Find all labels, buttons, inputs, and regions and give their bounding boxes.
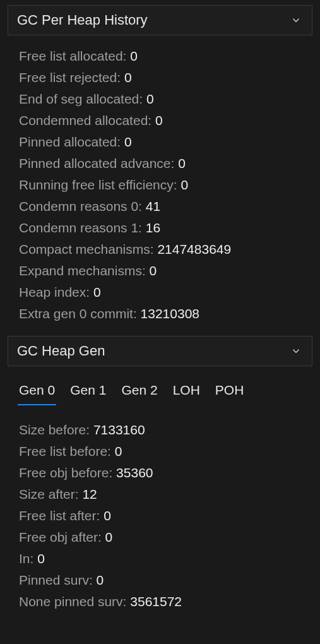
- stat-row: Pinned allocated: 0: [19, 131, 310, 153]
- stat-value: 0: [146, 88, 154, 110]
- stat-value: 13210308: [141, 303, 199, 325]
- stat-row: Free list rejected: 0: [19, 67, 310, 88]
- stat-label: Heap index:: [19, 282, 93, 303]
- stat-value: 0: [178, 153, 186, 174]
- stat-label: Extra gen 0 commit:: [19, 303, 141, 325]
- stat-row: Condemned allocated: 0: [19, 110, 310, 131]
- stat-label: Free obj after:: [19, 527, 105, 548]
- stat-label: Free list allocated:: [19, 45, 130, 67]
- stat-row: Pinned allocated advance: 0: [19, 153, 310, 174]
- stat-value: 0: [124, 131, 132, 153]
- stat-value: 41: [146, 196, 160, 217]
- stat-label: Free obj before:: [19, 462, 116, 484]
- stat-value: 0: [150, 260, 157, 282]
- stat-row: Free list after: 0: [19, 505, 310, 527]
- stat-label: Condemned allocated:: [19, 110, 155, 131]
- stat-value: 0: [105, 527, 113, 548]
- tab-poh[interactable]: POH: [214, 379, 246, 405]
- stat-row: None pinned surv: 3561572: [19, 591, 310, 612]
- stat-row: In: 0: [19, 548, 310, 569]
- stat-value: 7133160: [93, 419, 145, 441]
- stat-value: 12: [82, 484, 97, 505]
- tab-gen-2[interactable]: Gen 2: [120, 379, 158, 405]
- stat-row: Running free list efficiency: 0: [19, 174, 310, 196]
- stat-label: Free list before:: [19, 441, 115, 462]
- stat-row: End of seg allocated: 0: [19, 88, 310, 110]
- stat-value: 0: [37, 548, 45, 569]
- stat-label: None pinned surv:: [19, 591, 130, 612]
- stat-row: Condemn reasons 0: 41: [19, 196, 310, 217]
- section-title: GC Heap Gen: [17, 343, 105, 359]
- stat-label: Condemn reasons 1:: [19, 217, 146, 239]
- stat-label: Expand mechanisms:: [19, 260, 150, 282]
- stat-row: Size after: 12: [19, 484, 310, 505]
- stat-label: Size before:: [19, 419, 93, 441]
- chevron-down-icon: [289, 13, 303, 27]
- stat-label: Pinned allocated advance:: [19, 153, 178, 174]
- stat-label: Condemn reasons 0:: [19, 196, 146, 217]
- section-header-per-heap-history[interactable]: GC Per Heap History: [8, 5, 312, 35]
- heap-gen-tabs: Gen 0Gen 1Gen 2LOHPOH: [8, 376, 312, 405]
- stat-value: 0: [155, 110, 163, 131]
- stat-value: 0: [93, 282, 101, 303]
- chevron-down-icon: [289, 344, 303, 358]
- stat-row: Free obj after: 0: [19, 527, 310, 548]
- stat-value: 35360: [116, 462, 153, 484]
- stat-label: Pinned allocated:: [19, 131, 124, 153]
- stat-label: Free list after:: [19, 505, 104, 527]
- section-title: GC Per Heap History: [17, 12, 148, 28]
- tab-gen-0[interactable]: Gen 0: [18, 379, 56, 405]
- tab-gen-1[interactable]: Gen 1: [69, 379, 107, 405]
- stat-row: Extra gen 0 commit: 13210308: [19, 303, 310, 325]
- tab-loh[interactable]: LOH: [172, 379, 201, 405]
- stat-row: Expand mechanisms: 0: [19, 260, 310, 282]
- stat-row: Compact mechanisms: 2147483649: [19, 239, 310, 260]
- stat-label: Running free list efficiency:: [19, 174, 181, 196]
- stat-row: Free list before: 0: [19, 441, 310, 462]
- stat-row: Free list allocated: 0: [19, 45, 310, 67]
- stat-row: Free obj before: 35360: [19, 462, 310, 484]
- stat-value: 0: [97, 569, 104, 591]
- stat-row: Size before: 7133160: [19, 419, 310, 441]
- stat-label: Size after:: [19, 484, 82, 505]
- stat-value: 0: [181, 174, 188, 196]
- stat-value: 0: [124, 67, 132, 88]
- stat-label: In:: [19, 548, 37, 569]
- stat-row: Pinned surv: 0: [19, 569, 310, 591]
- stat-value: 2147483649: [157, 239, 231, 260]
- stat-value: 3561572: [130, 591, 182, 612]
- heap-gen-stats: Size before: 7133160Free list before: 0F…: [8, 419, 312, 624]
- stat-label: End of seg allocated:: [19, 88, 146, 110]
- stat-value: 0: [104, 505, 111, 527]
- per-heap-history-stats: Free list allocated: 0Free list rejected…: [8, 45, 312, 336]
- stat-label: Compact mechanisms:: [19, 239, 157, 260]
- stat-label: Free list rejected:: [19, 67, 124, 88]
- stat-row: Condemn reasons 1: 16: [19, 217, 310, 239]
- section-header-heap-gen[interactable]: GC Heap Gen: [8, 336, 312, 366]
- stat-row: Heap index: 0: [19, 282, 310, 303]
- stat-value: 0: [130, 45, 138, 67]
- stat-label: Pinned surv:: [19, 569, 97, 591]
- stat-value: 16: [146, 217, 160, 239]
- stat-value: 0: [115, 441, 122, 462]
